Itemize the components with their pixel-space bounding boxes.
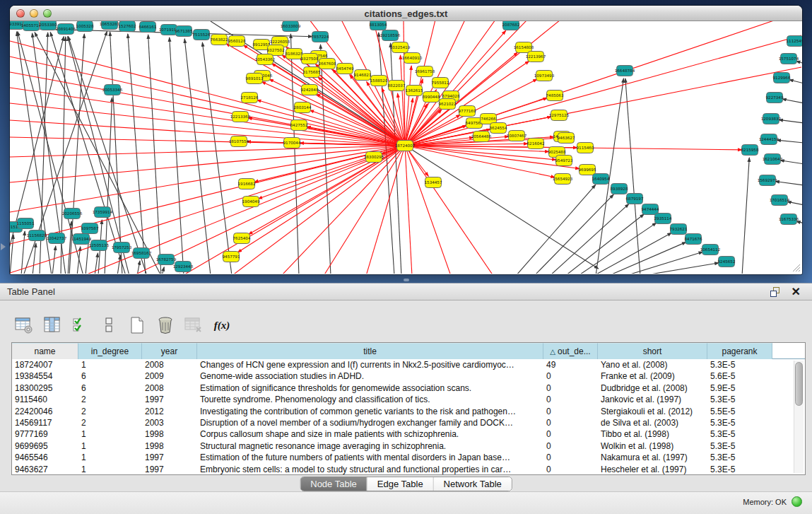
table-row[interactable]: 969969511998Structural magnetic resonanc… [12,440,793,452]
graph-edge[interactable] [52,246,56,274]
cell-pagerank: 5.3E-5 [707,428,772,440]
graph-edge[interactable] [133,146,405,274]
graph-edge[interactable] [137,261,140,274]
select-columns-button[interactable] [42,315,62,335]
network-graph[interactable]: 7663822956012889129551222605893275028186… [10,21,802,274]
table-row[interactable]: 1456911722003Disruption of a novel membe… [12,417,793,428]
graph-edge[interactable] [742,158,749,274]
tab-node-table[interactable]: Node Table [300,477,367,491]
graph-edge[interactable] [777,140,802,143]
cell-pagerank: 5.9E-5 [707,382,772,394]
table-row[interactable]: 977716911998Corpus callosum shape and si… [12,428,793,440]
cell-name: 18724007 [12,359,78,370]
delete-table-button[interactable] [184,315,204,335]
graph-node-label: 16782759 [156,257,177,262]
split-pane-handle[interactable] [404,279,409,281]
graph-edge[interactable] [642,263,719,274]
cell-title: Investigating the contribution of common… [197,406,543,417]
cell-in_degree: 2 [78,394,142,405]
graph-edge[interactable] [405,146,555,177]
table-row[interactable]: 946362711997Embryonic stem cells: a mode… [12,464,793,474]
memory-status-indicator[interactable] [792,496,802,507]
graph-node-label: 3175685 [303,70,321,74]
cell-short: Jankovic et al. (1997) [598,394,707,405]
table-row[interactable]: 911546021997Tourette syndrome. Phenomeno… [12,394,793,405]
close-panel-icon[interactable]: ✕ [792,285,801,299]
graph-node-label: 12093832 [761,117,781,121]
function-builder-button[interactable]: f(x) [212,315,232,335]
graph-edge[interactable] [10,235,13,274]
graph-edge[interactable] [516,185,596,274]
table-row[interactable]: 2242004622012Investigating the contribut… [12,406,793,417]
cell-name: 9777169 [12,428,78,440]
graph-node-label: 19218596 [380,33,401,37]
column-header-in_degree[interactable]: in_degree [78,343,142,359]
graph-edge[interactable] [565,214,644,274]
graph-edge[interactable] [405,21,560,146]
graph-node-label: 16648784 [615,69,635,73]
table-scrollbar[interactable] [794,361,804,473]
graph-node-label: 8813054 [370,23,387,27]
graph-edge[interactable] [775,181,802,185]
select-rows-button[interactable] [71,315,90,335]
graph-edge[interactable] [625,78,640,274]
graph-edge[interactable] [10,103,405,146]
window-resize-grip[interactable] [792,263,801,272]
column-header-name[interactable]: name [12,343,78,359]
graph-node-label: 1588520 [370,78,388,83]
graph-edge[interactable] [405,146,451,274]
tab-edge-table[interactable]: Edge Table [367,477,434,491]
graph-node-label: 12042737 [47,236,67,240]
graph-edge[interactable] [780,160,802,164]
graph-node-label: 20564486 [471,134,492,139]
graph-node-label: 20891406 [56,27,76,31]
cell-out_de: 0 [543,440,598,452]
tab-network-table[interactable]: Network Table [434,477,512,491]
column-header-out_de[interactable]: △out_de... [543,343,598,359]
graph-edge[interactable] [405,35,801,146]
column-header-pagerank[interactable]: pagerank [707,343,772,359]
delete-column-button[interactable] [155,315,175,335]
graph-edge[interactable] [789,80,802,83]
graph-edge[interactable] [782,99,802,103]
float-panel-icon[interactable] [770,287,781,297]
table-row[interactable]: 946554611997Estimation of the future num… [12,452,793,463]
table-scrollbar-thumb[interactable] [795,362,803,406]
table-row[interactable]: 1938455462009Genome-wide association stu… [12,370,793,382]
graph-node-label: 9777169 [459,109,476,113]
graph-edge[interactable] [232,146,405,274]
cell-short: Wolkin et al. (1998) [598,440,707,452]
window-titlebar[interactable]: citations_edges.txt [10,6,802,21]
graph-edge[interactable] [281,146,405,274]
graph-edge[interactable] [625,252,702,274]
graph-edge[interactable] [117,255,120,274]
graph-node-label: 6794028 [442,94,460,98]
cell-year: 1997 [142,394,197,405]
network-canvas[interactable]: 7663822956012889129551222605893275028186… [10,21,802,274]
cell-title: Structural magnetic resonance image aver… [197,440,543,452]
row-height-button[interactable] [99,315,119,335]
table-row[interactable]: 1830029562008Estimation of significance … [12,382,793,394]
graph-edge[interactable] [405,146,412,274]
cell-in_degree: 1 [78,440,142,452]
function-icon: f(x) [214,320,230,332]
graph-edge[interactable] [405,21,527,146]
column-header-short[interactable]: short [598,343,707,359]
table-row[interactable]: 1872400712008Changes of HCN gene express… [12,359,793,370]
column-header-label: year [161,346,177,356]
cell-name: 9115460 [12,394,78,405]
column-header-year[interactable]: year [142,343,197,359]
graph-edge[interactable] [10,146,405,244]
column-header-title[interactable]: title [197,343,543,359]
graph-edge[interactable] [21,231,25,274]
create-column-button[interactable] [127,315,147,335]
graph-edge[interactable] [148,35,161,274]
graph-node-label: 18107554 [229,139,249,144]
graph-edge[interactable] [578,223,657,274]
graph-edge[interactable] [162,267,164,274]
graph-edge[interactable] [779,119,802,123]
cell-short: Dudbridge et al. (2008) [598,382,707,394]
panel-collapse-arrow-icon[interactable] [1,243,6,250]
graph-edge[interactable] [405,146,493,274]
table-settings-button[interactable] [14,315,34,335]
